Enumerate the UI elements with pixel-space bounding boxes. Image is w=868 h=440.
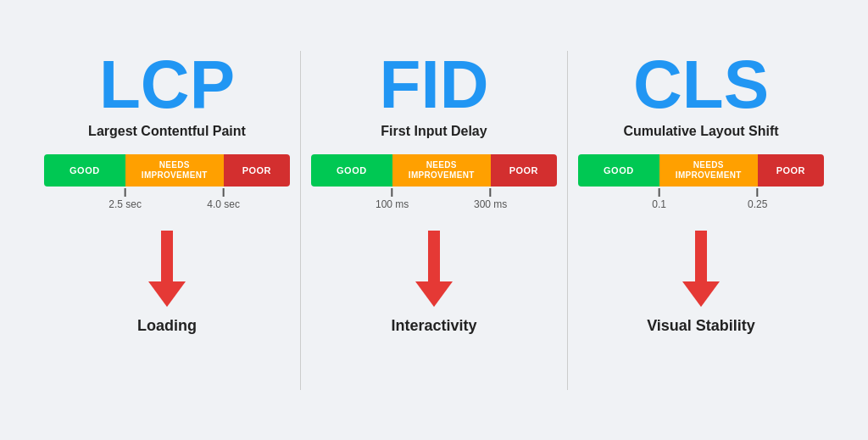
fid-marker2-line: [490, 188, 492, 197]
lcp-needs-segment: NEEDSIMPROVEMENT: [125, 154, 224, 187]
cls-bottom-label: Visual Stability: [647, 317, 755, 335]
cls-marker2: 0.25: [748, 188, 767, 210]
cls-marker1-line: [659, 188, 660, 197]
fid-acronym: FID: [380, 51, 489, 119]
main-container: LCPLargest Contentful PaintGOODNEEDSIMPR…: [0, 34, 868, 407]
lcp-marker2-line: [223, 188, 225, 197]
cls-arrow-head: [682, 281, 720, 307]
cls-marker1-label: 0.1: [652, 198, 666, 210]
fid-marker2: 300 ms: [474, 188, 507, 210]
cls-scale-bar: GOODNEEDSIMPROVEMENTPOOR: [578, 154, 824, 187]
cls-arrow-shaft: [695, 231, 707, 281]
lcp-arrow-head: [148, 281, 186, 307]
fid-name: First Input Delay: [381, 124, 487, 139]
fid-needs-segment: NEEDSIMPROVEMENT: [392, 154, 491, 187]
metric-fid: FIDFirst Input DelayGOODNEEDSIMPROVEMENT…: [301, 51, 567, 335]
lcp-name: Largest Contentful Paint: [88, 124, 246, 139]
fid-marker1-line: [392, 188, 393, 197]
lcp-marker1-label: 2.5 sec: [108, 198, 142, 210]
fid-poor-segment: POOR: [491, 154, 557, 187]
fid-good-segment: GOOD: [311, 154, 392, 187]
cls-marker2-line: [757, 188, 759, 197]
lcp-tick-wrapper: 2.5 sec4.0 sec: [44, 188, 290, 214]
cls-arrow-container: [682, 231, 720, 307]
cls-poor-segment: POOR: [758, 154, 824, 187]
metric-lcp: LCPLargest Contentful PaintGOODNEEDSIMPR…: [34, 51, 300, 335]
fid-scale-bar: GOODNEEDSIMPROVEMENTPOOR: [311, 154, 557, 187]
fid-bottom-label: Interactivity: [391, 317, 476, 335]
fid-arrow-shaft: [428, 231, 440, 281]
cls-name: Cumulative Layout Shift: [623, 124, 778, 139]
cls-tick-wrapper: 0.10.25: [578, 188, 824, 214]
lcp-arrow-shaft: [161, 231, 173, 281]
fid-arrow-head: [415, 281, 453, 307]
cls-marker1: 0.1: [652, 188, 666, 210]
fid-marker1-label: 100 ms: [376, 198, 409, 210]
fid-marker2-label: 300 ms: [474, 198, 507, 210]
lcp-arrow-container: [148, 231, 186, 307]
lcp-marker1-line: [125, 188, 126, 197]
fid-marker1: 100 ms: [376, 188, 409, 210]
cls-needs-segment: NEEDSIMPROVEMENT: [659, 154, 758, 187]
lcp-marker2: 4.0 sec: [207, 188, 240, 210]
metric-cls: CLSCumulative Layout ShiftGOODNEEDSIMPRO…: [568, 51, 834, 335]
lcp-acronym: LCP: [99, 51, 235, 119]
cls-good-segment: GOOD: [578, 154, 659, 187]
cls-acronym: CLS: [633, 51, 769, 119]
cls-marker2-label: 0.25: [748, 198, 767, 210]
lcp-good-segment: GOOD: [44, 154, 125, 187]
lcp-scale-bar: GOODNEEDSIMPROVEMENTPOOR: [44, 154, 290, 187]
fid-tick-wrapper: 100 ms300 ms: [311, 188, 557, 214]
lcp-marker1: 2.5 sec: [108, 188, 142, 210]
lcp-bottom-label: Loading: [137, 317, 197, 335]
fid-arrow-container: [415, 231, 453, 307]
lcp-marker2-label: 4.0 sec: [207, 198, 240, 210]
lcp-poor-segment: POOR: [224, 154, 290, 187]
